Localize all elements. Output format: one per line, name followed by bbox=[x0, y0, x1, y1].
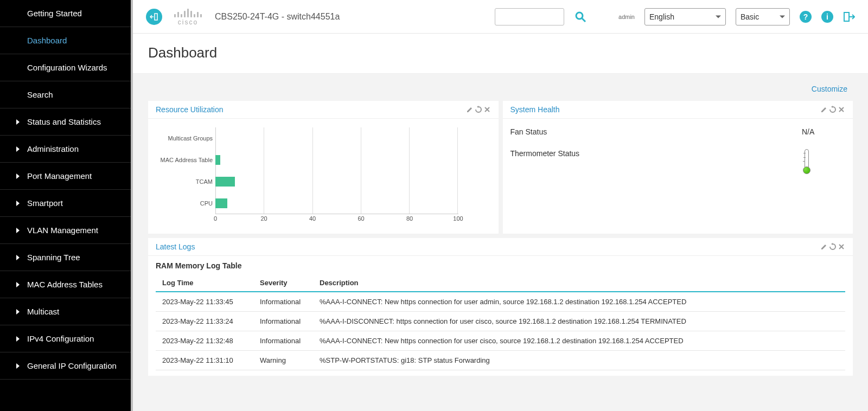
table-row: 2023-May-22 11:31:10Warning%STP-W-PORTST… bbox=[156, 351, 845, 370]
log-cell-time: 2023-May-22 11:31:10 bbox=[156, 351, 253, 370]
content: Dashboard Customize Resource Utilization bbox=[133, 34, 868, 411]
chart-row: MAC Address Table bbox=[215, 149, 458, 171]
chart-category-label: Multicast Groups bbox=[156, 135, 213, 142]
sidebar-item-search[interactable]: Search bbox=[0, 81, 131, 108]
fan-status-value: N/A bbox=[802, 127, 845, 136]
sidebar-item-getting-started[interactable]: Getting Started bbox=[0, 0, 131, 27]
log-cell-desc: %AAA-I-CONNECT: New https connection for… bbox=[313, 292, 845, 312]
logout-icon[interactable] bbox=[843, 11, 855, 23]
sidebar-item-multicast[interactable]: Multicast bbox=[0, 298, 131, 325]
chart-bar bbox=[215, 155, 220, 165]
card-resource-utilization: Resource Utilization Multicast GroupsMAC… bbox=[148, 101, 499, 234]
sidebar-item-dashboard[interactable]: Dashboard bbox=[0, 27, 131, 54]
search-input[interactable] bbox=[495, 8, 564, 25]
chart-category-label: CPU bbox=[156, 200, 213, 207]
svg-rect-0 bbox=[155, 14, 157, 20]
chart-row: CPU bbox=[215, 192, 458, 214]
sidebar-item-label: Search bbox=[27, 90, 53, 99]
chart-xtick: 100 bbox=[453, 215, 463, 222]
log-scroll[interactable]: Log Time Severity Description 2023-May-2… bbox=[150, 274, 851, 370]
chart-xtick: 20 bbox=[260, 215, 267, 222]
dashboard-body: Customize Resource Utilization bbox=[133, 74, 868, 411]
log-cell-desc: %AAA-I-DISCONNECT: https connection for … bbox=[313, 312, 845, 331]
sidebar-item-vlan-management[interactable]: VLAN Management bbox=[0, 217, 131, 244]
refresh-icon[interactable] bbox=[475, 106, 482, 113]
edit-icon[interactable] bbox=[820, 106, 828, 113]
table-row: 2023-May-22 11:33:45Informational%AAA-I-… bbox=[156, 292, 845, 312]
sidebar-item-administration[interactable]: Administration bbox=[0, 136, 131, 163]
log-cell-desc: %STP-W-PORTSTATUS: gi18: STP status Forw… bbox=[313, 351, 845, 370]
admin-label: admin bbox=[618, 14, 635, 20]
chart-xtick: 80 bbox=[406, 215, 413, 222]
help-icon[interactable]: ? bbox=[800, 11, 812, 23]
log-cell-severity: Informational bbox=[253, 312, 313, 331]
edit-icon[interactable] bbox=[466, 106, 474, 113]
log-cell-severity: Warning bbox=[253, 351, 313, 370]
fan-status-label: Fan Status bbox=[510, 127, 802, 136]
main: cisco CBS250-24T-4G - switch44551a admin… bbox=[133, 0, 868, 411]
refresh-icon[interactable] bbox=[829, 106, 837, 113]
close-icon[interactable] bbox=[483, 106, 491, 113]
sidebar-item-label: Port Management bbox=[27, 171, 92, 181]
arrow-door-icon bbox=[150, 12, 158, 21]
svg-point-1 bbox=[576, 12, 583, 19]
sidebar-item-label: Status and Statistics bbox=[27, 117, 101, 126]
language-select[interactable]: English bbox=[644, 8, 726, 25]
sidebar-item-label: Dashboard bbox=[27, 36, 67, 45]
close-icon[interactable] bbox=[838, 106, 845, 113]
sidebar-item-label: Getting Started bbox=[27, 9, 82, 18]
log-table-title: RAM Memory Log Table bbox=[156, 261, 851, 270]
card-latest-logs: Latest Logs RAM Memory Log Table bbox=[148, 238, 853, 376]
refresh-icon[interactable] bbox=[829, 243, 837, 251]
topbar: cisco CBS250-24T-4G - switch44551a admin… bbox=[133, 0, 868, 34]
sidebar-item-spanning-tree[interactable]: Spanning Tree bbox=[0, 244, 131, 271]
sidebar-item-label: Spanning Tree bbox=[27, 253, 80, 262]
thermometer-icon bbox=[802, 149, 812, 174]
chart-xtick: 40 bbox=[309, 215, 316, 222]
sidebar-item-configuration-wizards[interactable]: Configuration Wizards bbox=[0, 54, 131, 81]
chart-category-label: MAC Address Table bbox=[156, 157, 213, 163]
log-cell-severity: Informational bbox=[253, 331, 313, 351]
info-icon[interactable]: i bbox=[821, 11, 833, 23]
chart-bar bbox=[215, 198, 227, 208]
sidebar-item-general-ip-configuration[interactable]: General IP Configuration bbox=[0, 352, 131, 380]
card-title-health: System Health bbox=[510, 105, 560, 114]
card-title-resource: Resource Utilization bbox=[156, 105, 224, 114]
col-log-time: Log Time bbox=[156, 274, 253, 292]
sidebar-item-label: Multicast bbox=[27, 307, 59, 316]
sidebar-item-label: MAC Address Tables bbox=[27, 280, 103, 289]
card-system-health: System Health Fan Status N/A bbox=[503, 101, 853, 234]
customize-link[interactable]: Customize bbox=[812, 85, 847, 93]
sidebar-item-mac-address-tables[interactable]: MAC Address Tables bbox=[0, 271, 131, 298]
cisco-logo: cisco bbox=[174, 8, 202, 26]
log-cell-time: 2023-May-22 11:32:48 bbox=[156, 331, 253, 351]
sidebar-item-status-and-statistics[interactable]: Status and Statistics bbox=[0, 108, 131, 136]
chart-row: TCAM bbox=[215, 171, 458, 192]
search-icon[interactable] bbox=[574, 10, 587, 23]
card-title-logs: Latest Logs bbox=[156, 242, 195, 251]
table-row: 2023-May-22 11:33:24Informational%AAA-I-… bbox=[156, 312, 845, 331]
log-cell-time: 2023-May-22 11:33:24 bbox=[156, 312, 253, 331]
sidebar-item-label: VLAN Management bbox=[27, 226, 98, 235]
col-description: Description bbox=[313, 274, 845, 292]
svg-rect-3 bbox=[844, 12, 849, 21]
sidebar-item-label: IPv4 Configuration bbox=[27, 334, 94, 343]
mode-select[interactable]: Basic bbox=[736, 8, 790, 25]
sidebar-item-label: Administration bbox=[27, 144, 79, 153]
chart-bar bbox=[215, 177, 235, 187]
col-severity: Severity bbox=[253, 274, 313, 292]
chart-category-label: TCAM bbox=[156, 178, 213, 185]
language-selected: English bbox=[649, 12, 674, 21]
mode-selected: Basic bbox=[741, 12, 759, 21]
svg-line-2 bbox=[582, 18, 585, 22]
chart-xtick: 0 bbox=[214, 215, 217, 222]
sidebar-item-smartport[interactable]: Smartport bbox=[0, 190, 131, 217]
sidebar-item-label: Smartport bbox=[27, 198, 63, 208]
sidebar-item-ipv4-configuration[interactable]: IPv4 Configuration bbox=[0, 325, 131, 352]
log-cell-time: 2023-May-22 11:33:45 bbox=[156, 292, 253, 312]
resource-chart: Multicast GroupsMAC Address TableTCAMCPU… bbox=[215, 127, 458, 225]
edit-icon[interactable] bbox=[820, 243, 828, 251]
close-icon[interactable] bbox=[838, 243, 845, 251]
sidebar-item-port-management[interactable]: Port Management bbox=[0, 163, 131, 190]
quick-access-button[interactable] bbox=[146, 9, 162, 25]
